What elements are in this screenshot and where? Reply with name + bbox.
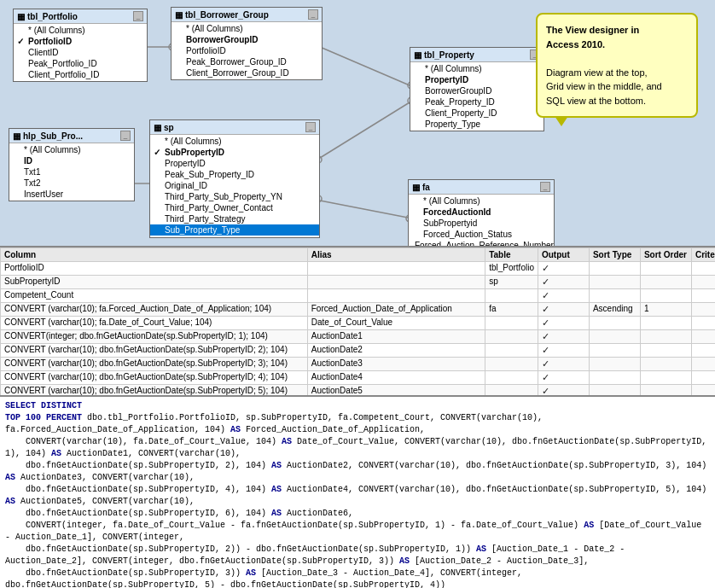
grid-row[interactable]: CONVERT(integer; dbo.fnGetAuctionDate(sp… [1, 330, 716, 344]
field-row[interactable]: * (All Columns) [14, 25, 147, 36]
field-row[interactable]: * (All Columns) [409, 195, 554, 207]
grid-cell: AuctionDate5 [307, 385, 485, 398]
table-controls: _ [540, 182, 550, 192]
field-row[interactable]: PropertyID [410, 74, 544, 85]
field-row[interactable]: Forced_Auction_Reference_Number [409, 240, 554, 247]
col-header-alias: Alias [307, 248, 485, 262]
table-name-label: tbl_Portfolio [27, 12, 78, 21]
table-sp[interactable]: ▦sp _ * (All Columns) ✓SubPropertyID Pro… [149, 119, 320, 238]
table-fields: * (All Columns) ✓PortfolioID ClientID Pe… [14, 24, 147, 81]
table-tbl-borrower-group[interactable]: ▦tbl_Borrower_Group _ * (All Columns) Bo… [171, 7, 323, 80]
grid-cell: PortfolioID [1, 262, 308, 276]
grid-row[interactable]: CONVERT (varchar(10); dbo.fnGetAuctionDa… [1, 371, 716, 385]
table-icon: ▦ [414, 50, 421, 60]
grid-cell [691, 344, 715, 358]
field-row[interactable]: ✓PortfolioID [14, 36, 147, 47]
field-row[interactable]: Third_Party_Strategy [150, 213, 319, 224]
field-row[interactable]: Txt1 [9, 166, 134, 178]
grid-cell: CONVERT (varchar(10); fa.Forced_Auction_… [1, 303, 308, 317]
diagram-area: ▦tbl_Portfolio _ * (All Columns) ✓Portfo… [0, 0, 715, 247]
grid-cell [589, 358, 640, 371]
field-row[interactable]: Client_Borrower_Group_ID [171, 67, 322, 79]
field-row[interactable]: * (All Columns) [150, 136, 319, 147]
field-row[interactable]: Txt2 [9, 178, 134, 189]
grid-cell: fa [485, 303, 538, 317]
field-row[interactable]: Peak_Borrower_Group_ID [171, 56, 322, 67]
field-row[interactable]: PropertyID [150, 158, 319, 169]
grid-row[interactable]: PortfolioIDtbl_Portfolio✓ [1, 262, 716, 276]
grid-cell: Competent_Count [1, 289, 308, 303]
minimize-btn[interactable]: _ [540, 182, 550, 192]
grid-cell [485, 289, 538, 303]
field-row[interactable]: ForcedAuctionId [409, 207, 554, 218]
field-row[interactable]: Client_Property_ID [410, 108, 544, 119]
field-row[interactable]: Third_Party_Owner_Contact [150, 202, 319, 213]
minimize-btn[interactable]: _ [308, 9, 318, 20]
grid-row[interactable]: CONVERT (varchar(10); dbo.fnGetAuctionDa… [1, 358, 716, 371]
grid-cell [589, 276, 640, 289]
grid-cell: AuctionDate3 [307, 358, 485, 371]
field-row[interactable]: Property_Type [410, 119, 544, 130]
grid-cell [307, 289, 485, 303]
field-row-selected[interactable]: Sub_Property_Type [150, 224, 319, 236]
field-row[interactable]: BorrowerGroupID [171, 34, 322, 45]
table-hlp-sub-pro[interactable]: ▦hlp_Sub_Pro... _ * (All Columns) ID Txt… [9, 128, 135, 201]
field-row[interactable]: ✓SubPropertyID [150, 147, 319, 158]
grid-cell [691, 330, 715, 344]
grid-cell: 1 [640, 303, 691, 317]
table-tbl-property[interactable]: ▦tbl_Property _ * (All Columns) Property… [410, 47, 544, 131]
minimize-btn[interactable]: _ [305, 122, 316, 132]
field-row[interactable]: Sub_Property_Usage_Type [150, 236, 319, 237]
field-row[interactable]: ClientID [14, 47, 147, 58]
grid-row[interactable]: CONVERT (varchar(10); fa.Date_of_Court_V… [1, 317, 716, 330]
grid-cell: Ascending [589, 303, 640, 317]
table-title-sp[interactable]: ▦sp _ [150, 120, 319, 135]
grid-cell [589, 317, 640, 330]
grid-cell [589, 385, 640, 398]
grid-cell [691, 289, 715, 303]
field-row[interactable]: Third_Party_Sub_Property_YN [150, 191, 319, 202]
field-row[interactable]: SubPropertyid [409, 218, 554, 229]
sql-area[interactable]: SELECT DISTINCTTOP 100 PERCENT dbo.tbl_P… [0, 397, 715, 588]
grid-row[interactable]: SubPropertyIDsp✓ [1, 276, 716, 289]
table-title-tbl-property[interactable]: ▦tbl_Property _ [410, 48, 544, 62]
table-tbl-portfolio[interactable]: ▦tbl_Portfolio _ * (All Columns) ✓Portfo… [13, 9, 148, 82]
field-row[interactable]: InsertUser [9, 189, 134, 200]
table-fa[interactable]: ▦fa _ * (All Columns) ForcedAuctionId Su… [408, 179, 555, 247]
field-row[interactable]: PortfolioID [171, 45, 322, 56]
grid-cell: ✓ [538, 276, 589, 289]
field-row[interactable]: * (All Columns) [410, 63, 544, 74]
field-row[interactable]: ID [9, 155, 134, 166]
table-controls: _ [305, 122, 316, 132]
col-header-criteria: Criteria [691, 248, 715, 262]
grid-cell [691, 262, 715, 276]
field-row[interactable]: Peak_Property_ID [410, 96, 544, 108]
table-title-hlp-sub-pro[interactable]: ▦hlp_Sub_Pro... _ [9, 129, 134, 143]
grid-area[interactable]: Column Alias Table Output Sort Type Sort… [0, 247, 715, 397]
field-row[interactable]: * (All Columns) [171, 23, 322, 34]
field-row[interactable]: Forced_Auction_Status [409, 229, 554, 240]
field-row[interactable]: * (All Columns) [9, 144, 134, 155]
field-row[interactable]: Peak_Portfolio_ID [14, 58, 147, 69]
grid-cell [640, 344, 691, 358]
minimize-btn[interactable]: _ [120, 131, 131, 141]
grid-cell: tbl_Portfolio [485, 262, 538, 276]
field-row[interactable]: Original_ID [150, 180, 319, 191]
grid-row[interactable]: CONVERT (varchar(10); dbo.fnGetAuctionDa… [1, 385, 716, 398]
field-row[interactable]: Peak_Sub_Property_ID [150, 169, 319, 180]
grid-row[interactable]: Competent_Count✓ [1, 289, 716, 303]
table-title-fa[interactable]: ▦fa _ [409, 180, 554, 195]
field-row[interactable]: BorrowerGroupID [410, 85, 544, 96]
grid-cell [691, 276, 715, 289]
table-title-tbl-borrower-group[interactable]: ▦tbl_Borrower_Group _ [171, 8, 322, 22]
table-title-tbl-portfolio[interactable]: ▦tbl_Portfolio _ [14, 9, 147, 24]
grid-row[interactable]: CONVERT (varchar(10); fa.Forced_Auction_… [1, 303, 716, 317]
grid-cell [485, 330, 538, 344]
grid-row[interactable]: CONVERT (varchar(10); dbo.fnGetAuctionDa… [1, 344, 716, 358]
table-fields: * (All Columns) ID Txt1 Txt2 InsertUser [9, 143, 134, 201]
minimize-btn[interactable]: _ [133, 11, 143, 21]
grid-cell [691, 371, 715, 385]
field-row[interactable]: Client_Portfolio_ID [14, 69, 147, 80]
table-name-label: sp [164, 123, 174, 132]
grid-cell: AuctionDate2 [307, 344, 485, 358]
